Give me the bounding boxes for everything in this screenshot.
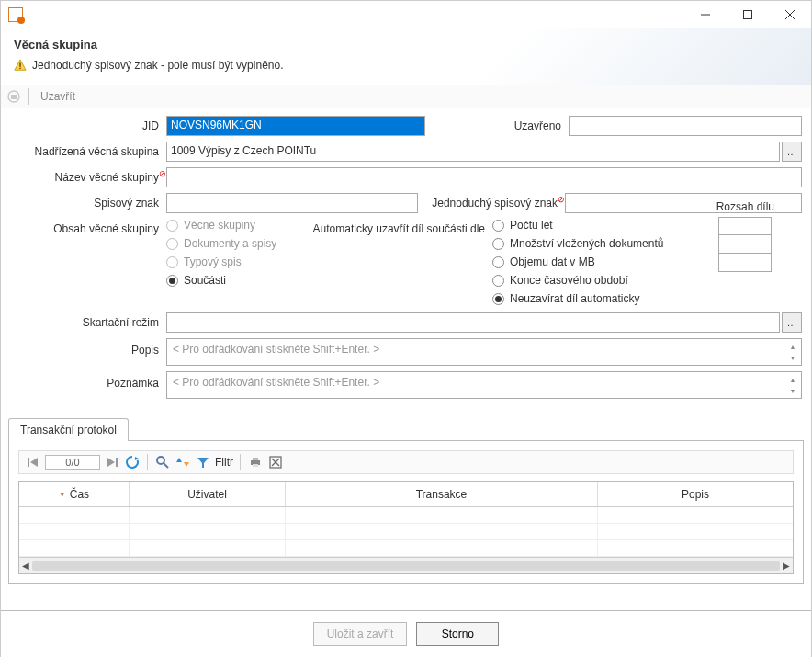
lock-close-icon bbox=[6, 89, 21, 104]
svg-rect-1 bbox=[744, 10, 752, 18]
export-icon[interactable] bbox=[267, 454, 284, 470]
required-marker-icon: ⊘ bbox=[558, 195, 565, 204]
shred-input[interactable] bbox=[166, 312, 780, 333]
desc-textarea[interactable]: < Pro odřádkování stiskněte Shift+Enter.… bbox=[166, 338, 802, 366]
svg-marker-18 bbox=[197, 458, 209, 468]
tab-protocol[interactable]: Transakční protokol bbox=[8, 418, 129, 441]
autoclose-opt-count[interactable]: Množství vložených dokumentů bbox=[492, 237, 676, 250]
warning-text: Jednoduchý spisový znak - pole musí být … bbox=[32, 59, 283, 72]
content-opt-groups: Věcné skupiny bbox=[166, 219, 304, 232]
spinner-up-icon[interactable]: ▲ bbox=[786, 341, 799, 352]
grid-toolbar: 0/0 Filtr bbox=[18, 450, 794, 474]
shred-browse-button[interactable]: … bbox=[782, 312, 802, 333]
warning-icon bbox=[14, 59, 27, 72]
autoclose-opt-years[interactable]: Počtu let bbox=[492, 219, 676, 232]
range-label: Rozsah dílu bbox=[716, 200, 774, 213]
refresh-icon[interactable] bbox=[124, 454, 141, 470]
col-desc[interactable]: Popis bbox=[598, 482, 793, 506]
save-close-button[interactable]: Uložit a zavřít bbox=[313, 622, 408, 646]
svg-line-15 bbox=[164, 463, 168, 468]
autoclose-opt-volume[interactable]: Objemu dat v MB bbox=[492, 255, 676, 268]
dialog-header: Věcná skupina Jednoduchý spisový znak - … bbox=[1, 28, 811, 85]
parent-input[interactable]: 1009 Výpisy z Czech POINTu bbox=[166, 142, 780, 162]
svg-rect-8 bbox=[11, 95, 17, 99]
closed-input[interactable] bbox=[569, 116, 802, 136]
shred-label: Skartační režim bbox=[10, 316, 166, 329]
autoclose-opt-period[interactable]: Konce časového období bbox=[492, 274, 676, 287]
spinner-down-icon[interactable]: ▼ bbox=[786, 385, 799, 396]
desc-label: Popis bbox=[10, 338, 166, 357]
note-textarea[interactable]: < Pro odřádkování stiskněte Shift+Enter.… bbox=[166, 371, 802, 399]
filter-label[interactable]: Filtr bbox=[215, 456, 233, 469]
toolbar-close-action[interactable]: Uzavřít bbox=[37, 88, 79, 105]
autoclose-radio-group: Počtu let Množství vložených dokumentů O… bbox=[492, 219, 676, 305]
autoclose-label: Automaticky uzavřít díl součásti dle bbox=[304, 219, 492, 235]
first-page-icon[interactable] bbox=[25, 454, 41, 470]
dialog-footer: Uložit a zavřít Storno bbox=[1, 610, 811, 657]
last-page-icon[interactable] bbox=[104, 454, 120, 470]
filesign-input[interactable] bbox=[166, 193, 418, 213]
jid-input[interactable]: NOVSN96MK1GN bbox=[166, 116, 425, 136]
maximize-button[interactable] bbox=[727, 1, 769, 28]
simple-sign-label: Jednoduchý spisový znak bbox=[432, 197, 558, 210]
svg-rect-21 bbox=[253, 464, 258, 467]
range-input-3[interactable] bbox=[718, 254, 772, 272]
print-icon[interactable] bbox=[247, 454, 264, 470]
svg-marker-10 bbox=[30, 458, 38, 467]
range-inputs bbox=[718, 217, 772, 272]
table-row bbox=[19, 524, 793, 540]
required-marker-icon: ⊘ bbox=[159, 169, 166, 178]
scroll-right-icon[interactable]: ▶ bbox=[783, 561, 790, 571]
page-indicator: 0/0 bbox=[45, 455, 100, 470]
parent-label: Nadřízená věcná skupina bbox=[10, 145, 166, 158]
table-row bbox=[19, 540, 793, 557]
cancel-button[interactable]: Storno bbox=[416, 622, 499, 646]
svg-rect-6 bbox=[19, 68, 20, 69]
autoclose-opt-never[interactable]: Neuzavírat díl automaticky bbox=[492, 292, 676, 305]
range-input-2[interactable] bbox=[718, 235, 772, 254]
col-time[interactable]: ▼ Čas bbox=[19, 482, 130, 506]
search-icon[interactable] bbox=[154, 454, 171, 470]
sort-desc-icon: ▼ bbox=[59, 491, 66, 499]
content-radio-group: Věcné skupiny Dokumenty a spisy Typový s… bbox=[166, 219, 304, 287]
close-button[interactable] bbox=[769, 1, 811, 28]
minimize-button[interactable] bbox=[684, 1, 727, 28]
name-label: Název věcné skupiny ⊘ bbox=[10, 171, 166, 184]
content-opt-typical: Typový spis bbox=[166, 255, 304, 268]
tab-area: Transakční protokol 0/0 Filtr bbox=[8, 417, 804, 584]
window-titlebar bbox=[1, 1, 811, 28]
note-label: Poznámka bbox=[10, 371, 166, 390]
svg-rect-5 bbox=[19, 62, 20, 66]
scroll-left-icon[interactable]: ◀ bbox=[22, 561, 29, 571]
grid-body bbox=[19, 507, 793, 557]
horizontal-scrollbar[interactable]: ◀ ▶ bbox=[19, 557, 793, 573]
content-opt-parts[interactable]: Součásti bbox=[166, 274, 304, 287]
dialog-title: Věcná skupina bbox=[14, 38, 798, 51]
jid-label: JID bbox=[10, 119, 166, 132]
dialog-toolbar: Uzavřít bbox=[1, 85, 811, 108]
form-area: JID NOVSN96MK1GN Uzavřeno Nadřízená věcn… bbox=[1, 108, 811, 408]
range-input-1[interactable] bbox=[718, 217, 772, 235]
svg-marker-17 bbox=[184, 462, 189, 467]
parent-browse-button[interactable]: … bbox=[782, 142, 802, 162]
content-opt-docs: Dokumenty a spisy bbox=[166, 237, 304, 250]
col-tx[interactable]: Transakce bbox=[286, 482, 598, 506]
spinner-down-icon[interactable]: ▼ bbox=[786, 352, 799, 363]
svg-marker-13 bbox=[135, 457, 139, 460]
svg-marker-11 bbox=[107, 458, 115, 467]
svg-point-14 bbox=[157, 457, 164, 464]
toolbar-close-label: Uzavřít bbox=[40, 90, 75, 103]
svg-rect-9 bbox=[28, 458, 29, 467]
col-user[interactable]: Uživatel bbox=[130, 482, 286, 506]
content-label: Obsah věcné skupiny bbox=[10, 219, 166, 235]
table-row bbox=[19, 507, 793, 524]
filter-icon[interactable] bbox=[195, 454, 211, 470]
closed-label: Uzavřeno bbox=[495, 119, 569, 132]
svg-rect-20 bbox=[253, 458, 258, 460]
name-input[interactable] bbox=[166, 167, 802, 187]
app-icon bbox=[8, 7, 23, 22]
svg-rect-12 bbox=[116, 458, 118, 467]
spinner-up-icon[interactable]: ▲ bbox=[786, 374, 799, 385]
protocol-grid: ▼ Čas Uživatel Transakce Popis ◀ bbox=[18, 481, 794, 574]
sort-icon[interactable] bbox=[175, 454, 191, 470]
